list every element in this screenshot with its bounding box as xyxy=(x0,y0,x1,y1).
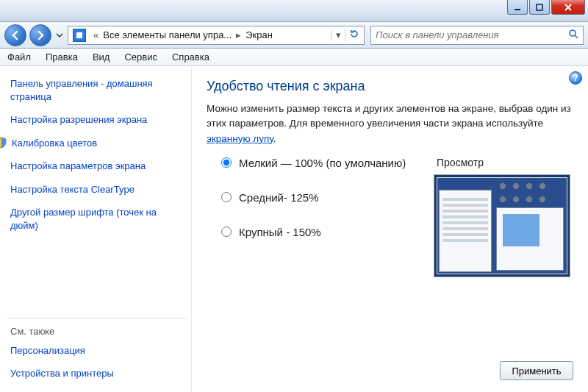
radio-large[interactable] xyxy=(221,227,232,237)
sidebar-item-calibration[interactable]: Калибровка цветов xyxy=(10,137,184,150)
sidebar-home[interactable]: Панель управления - домашняя страница xyxy=(10,77,184,103)
option-label: Крупный - 150% xyxy=(239,226,321,238)
preview-image xyxy=(434,174,570,277)
seealso-devices[interactable]: Устройства и принтеры xyxy=(10,367,184,380)
option-large[interactable]: Крупный - 150% xyxy=(221,226,419,238)
close-button[interactable] xyxy=(551,0,585,15)
svg-rect-1 xyxy=(537,4,542,10)
menu-edit[interactable]: Правка xyxy=(46,51,78,63)
title-bar xyxy=(0,0,588,22)
page-heading: Удобство чтения с экрана xyxy=(207,79,573,94)
help-icon[interactable]: ? xyxy=(569,71,582,85)
address-dropdown[interactable]: ▾ xyxy=(331,29,345,40)
sidebar-item-label: Настройка текста ClearType xyxy=(10,183,135,196)
preview-pane: Просмотр xyxy=(434,157,573,277)
option-small[interactable]: Мелкий — 100% (по умолчанию) xyxy=(221,157,419,169)
svg-rect-0 xyxy=(514,9,520,10)
menu-service[interactable]: Сервис xyxy=(124,51,157,63)
search-icon[interactable] xyxy=(565,29,578,41)
refresh-button[interactable] xyxy=(345,29,362,41)
nav-bar: « Все элементы панели упра... ▸ Экран ▾ xyxy=(0,22,588,49)
seealso-label: Персонализация xyxy=(10,344,85,357)
option-label: Средний- 125% xyxy=(239,191,319,204)
option-medium[interactable]: Средний- 125% xyxy=(221,191,419,204)
forward-button[interactable] xyxy=(29,24,51,46)
seealso-personalization[interactable]: Персонализация xyxy=(10,344,184,357)
magnifier-link[interactable]: экранную лупу xyxy=(207,133,273,144)
shield-icon xyxy=(0,137,7,149)
seealso-label: Устройства и принтеры xyxy=(10,367,114,380)
minimize-button[interactable] xyxy=(507,0,528,15)
sidebar-item-label: Настройка параметров экрана xyxy=(10,160,146,173)
sidebar: Панель управления - домашняя страница На… xyxy=(0,67,191,392)
sidebar-item-label: Настройка разрешения экрана xyxy=(10,113,147,126)
options-row: Мелкий — 100% (по умолчанию) Средний- 12… xyxy=(207,157,573,277)
preview-label: Просмотр xyxy=(434,157,573,168)
sidebar-home-label: Панель управления - домашняя страница xyxy=(10,77,184,103)
back-button[interactable] xyxy=(4,24,26,46)
sidebar-item-display-params[interactable]: Настройка параметров экрана xyxy=(10,160,184,173)
sidebar-item-label: Другой размер шрифта (точек на дюйм) xyxy=(10,206,184,232)
search-box[interactable] xyxy=(370,26,584,45)
breadcrumb-seg1[interactable]: Все элементы панели упра... xyxy=(103,29,232,40)
svg-point-2 xyxy=(570,30,576,36)
size-options: Мелкий — 100% (по умолчанию) Средний- 12… xyxy=(207,157,419,277)
desc-text: Можно изменить размер текста и других эл… xyxy=(207,103,571,129)
footer: Применить xyxy=(207,361,573,380)
see-also-heading: См. также xyxy=(10,326,184,337)
radio-medium[interactable] xyxy=(221,192,232,202)
content-area: ? Панель управления - домашняя страница … xyxy=(0,66,588,392)
menu-view[interactable]: Вид xyxy=(93,51,110,63)
breadcrumb-prefix: « xyxy=(89,29,103,40)
control-panel-icon xyxy=(73,29,86,42)
apply-button[interactable]: Применить xyxy=(500,361,573,380)
sidebar-item-dpi[interactable]: Другой размер шрифта (точек на дюйм) xyxy=(10,206,184,232)
address-bar[interactable]: « Все элементы панели упра... ▸ Экран ▾ xyxy=(68,26,365,45)
sidebar-item-resolution[interactable]: Настройка разрешения экрана xyxy=(10,113,184,126)
breadcrumb-seg2[interactable]: Экран xyxy=(245,29,273,40)
menu-help[interactable]: Справка xyxy=(172,51,209,63)
menu-bar: Файл Правка Вид Сервис Справка xyxy=(0,49,588,66)
option-label: Мелкий — 100% (по умолчанию) xyxy=(239,157,406,169)
history-dropdown[interactable] xyxy=(54,32,65,39)
radio-small[interactable] xyxy=(221,157,232,168)
search-input[interactable] xyxy=(376,29,565,40)
desc-post: . xyxy=(273,133,276,144)
maximize-button[interactable] xyxy=(529,0,550,15)
sidebar-item-label: Калибровка цветов xyxy=(12,137,97,150)
main-panel: Удобство чтения с экрана Можно изменить … xyxy=(191,67,588,392)
chevron-right-icon: ▸ xyxy=(232,29,245,40)
page-description: Можно изменить размер текста и других эл… xyxy=(207,101,573,146)
sidebar-item-cleartype[interactable]: Настройка текста ClearType xyxy=(10,183,184,196)
menu-file[interactable]: Файл xyxy=(7,51,31,63)
